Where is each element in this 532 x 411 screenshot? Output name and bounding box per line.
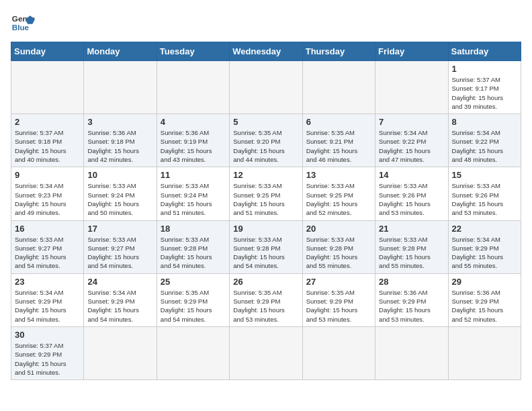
- day-info: Sunrise: 5:34 AM Sunset: 9:22 PM Dayligh…: [452, 128, 517, 164]
- calendar-cell: 21Sunrise: 5:33 AM Sunset: 9:28 PM Dayli…: [375, 220, 448, 273]
- calendar-cell: 28Sunrise: 5:36 AM Sunset: 9:29 PM Dayli…: [375, 273, 448, 326]
- day-info: Sunrise: 5:35 AM Sunset: 9:29 PM Dayligh…: [233, 288, 298, 324]
- calendar-week-row: 23Sunrise: 5:34 AM Sunset: 9:29 PM Dayli…: [11, 273, 521, 326]
- calendar-cell: 3Sunrise: 5:36 AM Sunset: 9:18 PM Daylig…: [84, 114, 157, 167]
- calendar-table: SundayMondayTuesdayWednesdayThursdayFrid…: [11, 42, 521, 380]
- day-info: Sunrise: 5:34 AM Sunset: 9:29 PM Dayligh…: [452, 235, 517, 271]
- day-number: 20: [306, 224, 371, 234]
- weekday-header-thursday: Thursday: [302, 42, 375, 61]
- weekday-header-tuesday: Tuesday: [157, 42, 229, 61]
- day-number: 28: [379, 277, 444, 287]
- day-info: Sunrise: 5:34 AM Sunset: 9:22 PM Dayligh…: [379, 128, 444, 164]
- day-number: 6: [306, 117, 371, 127]
- day-number: 8: [452, 117, 517, 127]
- day-number: 22: [452, 224, 517, 234]
- calendar-cell: 23Sunrise: 5:34 AM Sunset: 9:29 PM Dayli…: [11, 273, 84, 326]
- calendar-cell: 27Sunrise: 5:35 AM Sunset: 9:29 PM Dayli…: [302, 273, 375, 326]
- day-info: Sunrise: 5:37 AM Sunset: 9:18 PM Dayligh…: [15, 128, 80, 164]
- day-number: 10: [87, 170, 152, 180]
- day-info: Sunrise: 5:33 AM Sunset: 9:28 PM Dayligh…: [161, 235, 226, 271]
- calendar-cell: [230, 326, 302, 379]
- calendar-cell: 22Sunrise: 5:34 AM Sunset: 9:29 PM Dayli…: [448, 220, 521, 273]
- day-number: 14: [379, 170, 444, 180]
- calendar-cell: [448, 326, 521, 379]
- day-info: Sunrise: 5:37 AM Sunset: 9:17 PM Dayligh…: [452, 75, 517, 111]
- calendar-cell: [157, 61, 229, 114]
- day-info: Sunrise: 5:33 AM Sunset: 9:25 PM Dayligh…: [306, 181, 371, 217]
- calendar-cell: 16Sunrise: 5:33 AM Sunset: 9:27 PM Dayli…: [11, 220, 84, 273]
- day-info: Sunrise: 5:36 AM Sunset: 9:29 PM Dayligh…: [452, 288, 517, 324]
- calendar-cell: 26Sunrise: 5:35 AM Sunset: 9:29 PM Dayli…: [230, 273, 302, 326]
- day-number: 27: [306, 277, 371, 287]
- day-info: Sunrise: 5:36 AM Sunset: 9:18 PM Dayligh…: [87, 128, 152, 164]
- logo: General Blue: [11, 11, 35, 35]
- day-number: 5: [233, 117, 298, 127]
- day-info: Sunrise: 5:33 AM Sunset: 9:27 PM Dayligh…: [87, 235, 152, 271]
- day-info: Sunrise: 5:33 AM Sunset: 9:26 PM Dayligh…: [452, 181, 517, 217]
- weekday-header-monday: Monday: [84, 42, 157, 61]
- calendar-cell: 20Sunrise: 5:33 AM Sunset: 9:28 PM Dayli…: [302, 220, 375, 273]
- calendar-cell: 1Sunrise: 5:37 AM Sunset: 9:17 PM Daylig…: [448, 61, 521, 114]
- day-info: Sunrise: 5:34 AM Sunset: 9:23 PM Dayligh…: [15, 181, 80, 217]
- calendar-cell: 18Sunrise: 5:33 AM Sunset: 9:28 PM Dayli…: [157, 220, 229, 273]
- calendar-cell: [84, 61, 157, 114]
- day-number: 9: [15, 170, 80, 180]
- calendar-cell: [11, 61, 84, 114]
- day-number: 23: [15, 277, 80, 287]
- weekday-header-friday: Friday: [375, 42, 448, 61]
- calendar-cell: [375, 61, 448, 114]
- calendar-cell: 14Sunrise: 5:33 AM Sunset: 9:26 PM Dayli…: [375, 167, 448, 220]
- calendar-cell: 7Sunrise: 5:34 AM Sunset: 9:22 PM Daylig…: [375, 114, 448, 167]
- calendar-cell: 13Sunrise: 5:33 AM Sunset: 9:25 PM Dayli…: [302, 167, 375, 220]
- page-header: General Blue: [11, 11, 521, 35]
- calendar-cell: 19Sunrise: 5:33 AM Sunset: 9:28 PM Dayli…: [230, 220, 302, 273]
- day-number: 4: [161, 117, 226, 127]
- day-number: 26: [233, 277, 298, 287]
- day-info: Sunrise: 5:33 AM Sunset: 9:24 PM Dayligh…: [87, 181, 152, 217]
- calendar-cell: 2Sunrise: 5:37 AM Sunset: 9:18 PM Daylig…: [11, 114, 84, 167]
- day-info: Sunrise: 5:36 AM Sunset: 9:19 PM Dayligh…: [161, 128, 226, 164]
- weekday-header-row: SundayMondayTuesdayWednesdayThursdayFrid…: [11, 42, 521, 61]
- calendar-cell: [302, 61, 375, 114]
- day-info: Sunrise: 5:33 AM Sunset: 9:25 PM Dayligh…: [233, 181, 298, 217]
- weekday-header-wednesday: Wednesday: [230, 42, 302, 61]
- day-number: 18: [161, 224, 226, 234]
- day-number: 16: [15, 224, 80, 234]
- calendar-cell: 25Sunrise: 5:35 AM Sunset: 9:29 PM Dayli…: [157, 273, 229, 326]
- day-number: 24: [87, 277, 152, 287]
- calendar-week-row: 1Sunrise: 5:37 AM Sunset: 9:17 PM Daylig…: [11, 61, 521, 114]
- weekday-header-saturday: Saturday: [448, 42, 521, 61]
- day-info: Sunrise: 5:35 AM Sunset: 9:20 PM Dayligh…: [233, 128, 298, 164]
- calendar-week-row: 9Sunrise: 5:34 AM Sunset: 9:23 PM Daylig…: [11, 167, 521, 220]
- day-number: 13: [306, 170, 371, 180]
- day-info: Sunrise: 5:33 AM Sunset: 9:28 PM Dayligh…: [233, 235, 298, 271]
- day-number: 11: [161, 170, 226, 180]
- day-info: Sunrise: 5:36 AM Sunset: 9:29 PM Dayligh…: [379, 288, 444, 324]
- general-blue-logo-icon: General Blue: [11, 11, 35, 35]
- calendar-cell: [230, 61, 302, 114]
- calendar-cell: [375, 326, 448, 379]
- day-info: Sunrise: 5:33 AM Sunset: 9:24 PM Dayligh…: [161, 181, 226, 217]
- svg-text:Blue: Blue: [12, 23, 30, 32]
- day-info: Sunrise: 5:33 AM Sunset: 9:28 PM Dayligh…: [306, 235, 371, 271]
- day-number: 19: [233, 224, 298, 234]
- day-number: 17: [87, 224, 152, 234]
- day-number: 21: [379, 224, 444, 234]
- calendar-cell: 12Sunrise: 5:33 AM Sunset: 9:25 PM Dayli…: [230, 167, 302, 220]
- calendar-cell: 24Sunrise: 5:34 AM Sunset: 9:29 PM Dayli…: [84, 273, 157, 326]
- day-info: Sunrise: 5:35 AM Sunset: 9:21 PM Dayligh…: [306, 128, 371, 164]
- day-info: Sunrise: 5:33 AM Sunset: 9:28 PM Dayligh…: [379, 235, 444, 271]
- calendar-cell: 11Sunrise: 5:33 AM Sunset: 9:24 PM Dayli…: [157, 167, 229, 220]
- day-number: 2: [15, 117, 80, 127]
- calendar-cell: [84, 326, 157, 379]
- day-info: Sunrise: 5:35 AM Sunset: 9:29 PM Dayligh…: [306, 288, 371, 324]
- calendar-cell: [302, 326, 375, 379]
- day-info: Sunrise: 5:33 AM Sunset: 9:27 PM Dayligh…: [15, 235, 80, 271]
- weekday-header-sunday: Sunday: [11, 42, 84, 61]
- day-number: 29: [452, 277, 517, 287]
- day-number: 12: [233, 170, 298, 180]
- day-info: Sunrise: 5:35 AM Sunset: 9:29 PM Dayligh…: [161, 288, 226, 324]
- day-number: 3: [87, 117, 152, 127]
- calendar-cell: 15Sunrise: 5:33 AM Sunset: 9:26 PM Dayli…: [448, 167, 521, 220]
- calendar-cell: 6Sunrise: 5:35 AM Sunset: 9:21 PM Daylig…: [302, 114, 375, 167]
